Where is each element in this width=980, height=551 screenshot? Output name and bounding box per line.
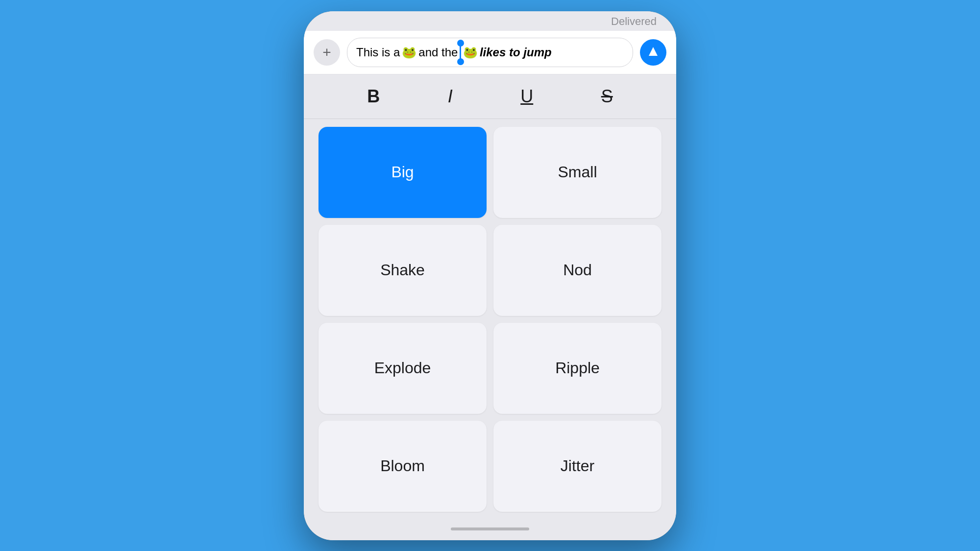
frog-emoji-1: 🐸: [402, 46, 416, 59]
send-button[interactable]: [640, 39, 666, 66]
cursor-handle-top: [457, 40, 464, 47]
delivered-label: Delivered: [304, 11, 676, 31]
effect-explode-button[interactable]: Explode: [318, 323, 487, 414]
frog-emoji-2: 🐸: [463, 46, 478, 59]
effect-nod-button[interactable]: Nod: [493, 225, 662, 316]
bold-button[interactable]: B: [361, 84, 386, 109]
add-button[interactable]: [314, 39, 340, 66]
text-before-emoji1: This is a: [356, 46, 400, 59]
effect-bloom-button[interactable]: Bloom: [318, 421, 487, 512]
effect-ripple-button[interactable]: Ripple: [493, 323, 662, 414]
home-indicator: [451, 527, 529, 530]
effect-small-button[interactable]: Small: [493, 127, 662, 218]
cursor-handle-bottom: [457, 58, 464, 65]
phone-frame: Delivered This is a 🐸 and the 🐸 likes to…: [304, 11, 676, 540]
strikethrough-button[interactable]: S: [595, 84, 619, 109]
italic-button[interactable]: I: [442, 84, 459, 109]
effect-shake-button[interactable]: Shake: [318, 225, 487, 316]
italic-text: likes to jump: [480, 46, 552, 59]
home-indicator-area: [304, 522, 676, 540]
input-text-content: This is a 🐸 and the 🐸 likes to jump: [356, 43, 552, 62]
text-middle: and the: [418, 46, 458, 59]
phone-screen: Delivered This is a 🐸 and the 🐸 likes to…: [304, 11, 676, 540]
send-arrow-icon: [649, 47, 658, 56]
input-bar: This is a 🐸 and the 🐸 likes to jump: [304, 31, 676, 74]
effects-grid: Big Small Shake Nod Explode Ripple Bloom…: [304, 119, 676, 522]
formatting-toolbar: B I U S: [304, 74, 676, 119]
effect-jitter-button[interactable]: Jitter: [493, 421, 662, 512]
input-field[interactable]: This is a 🐸 and the 🐸 likes to jump: [347, 38, 633, 67]
text-cursor: [460, 43, 461, 62]
underline-button[interactable]: U: [514, 84, 539, 109]
effect-big-button[interactable]: Big: [318, 127, 487, 218]
